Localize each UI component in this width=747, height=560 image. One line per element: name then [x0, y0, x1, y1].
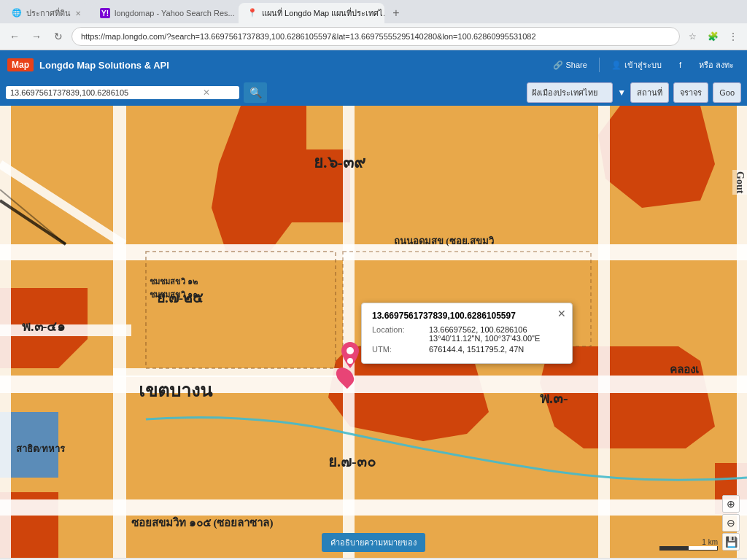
svg-marker-2	[0, 288, 88, 368]
scale-label: 1 km	[702, 538, 718, 546]
tab-2-favicon: Y!	[100, 8, 110, 18]
label-pho3: พ.๓-	[540, 386, 568, 410]
svg-line-22	[0, 201, 66, 244]
tab-1[interactable]: 🌐 ประกาศที่ดิน ✕	[3, 3, 90, 23]
svg-rect-12	[0, 106, 11, 558]
search-button[interactable]: 🔍	[244, 82, 267, 103]
tab-1-title: ประกาศที่ดิน	[26, 7, 71, 20]
map-container[interactable]: ย.๖-๓๙ ถนนอดมสข (ซอย.สขมวิ ย.๗-๒๕ พ.๓-๔๑…	[0, 106, 747, 558]
svg-rect-19	[113, 368, 347, 377]
places-button[interactable]: สถานที่	[630, 82, 669, 103]
register-button[interactable]: หรือ ลงทะ	[693, 56, 740, 74]
search-input[interactable]	[10, 88, 200, 97]
add-tab-button[interactable]: +	[386, 3, 406, 23]
svg-rect-18	[0, 324, 131, 336]
app-title: Longdo Map Solutions & API	[39, 60, 169, 71]
label-community-12: ชมชมสขวิ ๑๒	[150, 275, 198, 288]
facebook-icon: f	[679, 61, 681, 69]
search-input-wrapper: ✕	[6, 86, 239, 99]
svg-point-24	[347, 347, 354, 354]
label-pho3-41: พ.๓-๔๑	[22, 316, 66, 337]
popup-utm-value: 676144.4, 1511795.2, 47N	[429, 345, 524, 354]
svg-marker-5	[598, 106, 715, 208]
login-button[interactable]: 👤 เข้าสู่ระบบ	[605, 56, 667, 74]
svg-marker-7	[0, 492, 58, 558]
popup-location-row: Location: 13.66697562, 100.6286106 13°40…	[372, 325, 562, 343]
layer-select[interactable]: ฝังเมืองประเทศไทย	[527, 82, 613, 103]
svg-rect-9	[0, 244, 747, 260]
scale-line	[659, 546, 718, 551]
browser-chrome: 🌐 ประกาศที่ดิน ✕ Y! longdomap - Yahoo Se…	[0, 0, 747, 50]
tab-3[interactable]: 📍 แผนที่ Longdo Map แผนที่ประเทศไ... ✕	[239, 3, 384, 23]
svg-line-23	[0, 190, 66, 244]
tab-1-favicon: 🌐	[12, 8, 22, 18]
register-label: หรือ ลงทะ	[699, 58, 734, 71]
svg-rect-15	[598, 106, 610, 558]
app-logo: Map	[7, 58, 34, 71]
tab-3-favicon: 📍	[247, 8, 258, 18]
search-clear-button[interactable]: ✕	[203, 88, 210, 98]
svg-rect-13	[113, 106, 126, 558]
label-khetbangna: เขตบางน	[139, 376, 212, 405]
map-zoom-out-button[interactable]: ⊖	[722, 514, 740, 532]
label-institute: สาธิต/ทหาร	[16, 441, 65, 456]
map-popup: ✕ 13.6697561737839,100.6286105597 Locati…	[361, 303, 573, 364]
svg-rect-14	[343, 106, 355, 558]
svg-line-17	[0, 164, 124, 244]
map-controls: ⊕ ⊖ 💾	[722, 495, 740, 551]
gout-label: Gout	[732, 170, 747, 195]
share-label: Share	[566, 61, 587, 69]
popup-coords: 13.6697561737839,100.6286105597	[372, 311, 562, 321]
popup-location-label: Location:	[372, 325, 423, 343]
back-button[interactable]: ←	[6, 28, 23, 45]
label-ya7-30: ย.๗-๓๐	[328, 450, 376, 473]
tab-2[interactable]: Y! longdomap - Yahoo Search Res... ✕	[91, 3, 237, 23]
scale-bar: 1 km	[659, 538, 718, 551]
tab-1-close[interactable]: ✕	[75, 9, 81, 18]
address-input[interactable]	[71, 27, 680, 46]
popup-location-value: 13.66697562, 100.6286106	[429, 325, 540, 334]
forward-button[interactable]: →	[28, 28, 45, 45]
tab-bar: 🌐 ประกาศที่ดิน ✕ Y! longdomap - Yahoo Se…	[0, 0, 747, 23]
share-button[interactable]: 🔗 Share	[547, 58, 593, 72]
menu-icon[interactable]: ⋮	[725, 28, 741, 44]
svg-rect-11	[0, 499, 747, 516]
login-label: เข้าสู่ระบบ	[624, 58, 662, 71]
info-banner: คำอธิบายความหมายของ	[322, 533, 425, 552]
popup-dms-value: 13°40'11.12"N, 100°37'43.00"E	[429, 334, 540, 343]
google-button[interactable]: Goo	[713, 82, 741, 103]
label-community-11: ชมชมสขวิ ๑๑	[150, 288, 198, 301]
layer-dropdown-icon[interactable]: ▼	[617, 88, 626, 98]
toolbar-separator	[599, 58, 600, 72]
label-road-name: ถนนอดมสข (ซอย.สขมวิ	[394, 233, 494, 249]
app-toolbar: Map Longdo Map Solutions & API 🔗 Share 👤…	[0, 50, 747, 79]
svg-rect-8	[0, 412, 58, 478]
popup-utm-row: UTM: 676144.4, 1511795.2, 47N	[372, 345, 562, 354]
label-ya6-39: ย.๖-๓๙	[314, 149, 365, 175]
map-save-button[interactable]: 💾	[722, 533, 740, 551]
popup-utm-label: UTM:	[372, 345, 423, 354]
label-soi-sukhumvit: ซอยสขมวิท ๑๐๕ (ซอยลาซาล)	[131, 514, 274, 532]
svg-marker-1	[212, 106, 350, 252]
bookmark-icon[interactable]: ☆	[684, 28, 700, 44]
traffic-button[interactable]: จราจร	[673, 82, 708, 103]
label-khlong: คลองเ	[670, 361, 699, 378]
tab-3-title: แผนที่ Longdo Map แผนที่ประเทศไ...	[262, 7, 384, 20]
svg-rect-10	[0, 376, 747, 393]
map-zoom-in-button[interactable]: ⊕	[722, 495, 740, 513]
label-ya7-25: ย.๗-๒๕	[157, 287, 203, 308]
login-icon: 👤	[611, 61, 622, 70]
popup-close-button[interactable]: ✕	[557, 308, 566, 319]
facebook-button[interactable]: f	[673, 58, 687, 71]
svg-rect-20	[146, 252, 336, 368]
extensions-icon[interactable]: 🧩	[705, 28, 721, 44]
reload-button[interactable]: ↻	[50, 28, 67, 45]
tab-2-title: longdomap - Yahoo Search Res...	[115, 9, 235, 18]
search-row: ✕ 🔍 ฝังเมืองประเทศไทย ▼ สถานที่ จราจร Go…	[0, 79, 747, 106]
address-bar-row: ← → ↻ ☆ 🧩 ⋮	[0, 23, 747, 50]
share-icon: 🔗	[553, 61, 563, 70]
